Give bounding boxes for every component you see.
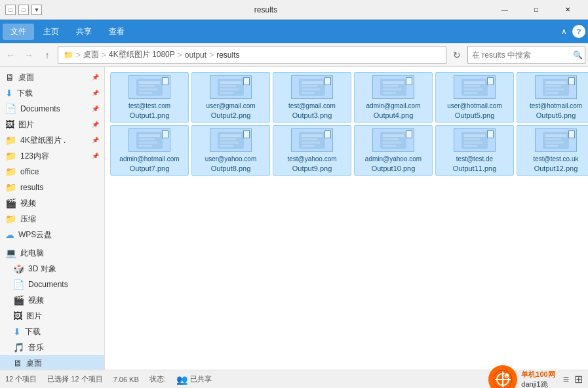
sidebar-item-music-pc[interactable]: 🎵 音乐 (0, 340, 104, 355)
svg-rect-28 (545, 88, 564, 90)
sidebar-label: 压缩 (20, 214, 36, 225)
minimize-button[interactable]: — (490, 0, 520, 20)
video-icon: 🎬 (13, 295, 24, 305)
file-thumbnail (210, 75, 252, 99)
address-path[interactable]: 📁 > 桌面 > 4K壁纸图片 1080P > output > results (58, 47, 446, 64)
file-name: Output10.png (372, 165, 416, 172)
view-list-icon[interactable]: ≡ (563, 374, 569, 385)
sidebar-item-zip[interactable]: 📁 压缩 (0, 211, 104, 227)
breadcrumb-output[interactable]: output (185, 50, 206, 60)
sidebar-item-desktop-pc[interactable]: 🖥 桌面 (0, 355, 104, 370)
file-item[interactable]: test@test.co.uk Output12.png (517, 125, 588, 176)
sidebar-item-office[interactable]: 📁 office (0, 164, 104, 180)
ribbon: 文件 主页 共享 查看 ∧ ? (0, 20, 588, 43)
close-button[interactable]: ✕ (553, 0, 583, 20)
svg-rect-3 (139, 88, 157, 90)
file-thumbnail (454, 75, 496, 99)
ribbon-tab-file[interactable]: 文件 (3, 24, 34, 40)
file-item[interactable]: test@test.de Output11.png (435, 125, 514, 176)
file-item[interactable]: admin@gmail.com Output4.png (354, 72, 433, 123)
file-item[interactable]: user@gmail.com Output2.png (191, 72, 270, 123)
sidebar-label: results (20, 183, 43, 192)
up-button[interactable]: ↑ (39, 47, 55, 63)
file-item[interactable]: test@yahoo.com Output9.png (273, 125, 351, 176)
breadcrumb-results[interactable]: results (216, 50, 239, 60)
sidebar-item-documents-pinned[interactable]: 📄 Documents 📌 (0, 101, 104, 117)
view-grid-icon[interactable]: ⊞ (574, 373, 583, 385)
file-item[interactable]: test@gmail.com Output3.png (273, 72, 351, 123)
breadcrumb-desktop[interactable]: 桌面 (83, 49, 99, 60)
sidebar-item-123-pinned[interactable]: 📁 123内容 📌 (0, 148, 104, 164)
ribbon-help-button[interactable]: ? (572, 25, 585, 38)
sidebar-item-desktop-pinned[interactable]: 🖥 桌面 📌 (0, 69, 104, 85)
sidebar-item-wps-cloud[interactable]: ☁ WPS云盘 (0, 227, 104, 242)
file-thumbnail (535, 128, 577, 152)
file-item[interactable]: user@hotmail.com Output5.png (435, 72, 514, 123)
svg-rect-17 (383, 85, 399, 87)
file-item[interactable]: test@hotmail.com Output6.png (517, 72, 588, 123)
svg-rect-12 (302, 85, 317, 87)
folder-icon: 🖥 (5, 72, 14, 83)
svg-rect-24 (464, 92, 477, 94)
watermark-area: + 单机100网 danji1跪 (488, 365, 555, 389)
sidebar-label: 4K壁纸图片 . (20, 135, 66, 146)
svg-rect-23 (464, 88, 482, 90)
window-dropdown[interactable]: ▼ (31, 5, 42, 15)
svg-rect-18 (383, 88, 401, 90)
file-name: Output9.png (292, 165, 332, 172)
video-icon: 🎬 (5, 198, 16, 208)
sidebar-label: 3D 对象 (28, 263, 56, 275)
svg-rect-51 (464, 134, 485, 137)
ribbon-tab-share[interactable]: 共享 (68, 24, 100, 40)
svg-rect-39 (220, 145, 233, 147)
svg-rect-56 (545, 134, 566, 137)
ribbon-tab-view[interactable]: 查看 (101, 24, 132, 40)
back-button[interactable]: ← (3, 47, 18, 63)
sidebar-item-pictures-pinned[interactable]: 🖼 图片 📌 (0, 117, 104, 132)
file-name: Output8.png (211, 165, 251, 172)
watermark-site: 单机100网 (521, 370, 555, 378)
file-name: Output2.png (211, 111, 251, 119)
ribbon-tab-home[interactable]: 主页 (35, 24, 67, 40)
file-email: test@test.com (128, 102, 170, 110)
sidebar-item-results[interactable]: 📁 results (0, 180, 104, 195)
sidebar-item-4k-pinned[interactable]: 📁 4K壁纸图片 . 📌 (0, 132, 104, 148)
forward-button[interactable]: → (21, 47, 37, 63)
sidebar-label: 音乐 (28, 342, 44, 353)
title-bar: □ □ ▼ results — □ ✕ (0, 0, 588, 20)
breadcrumb-4k[interactable]: 4K壁纸图片 1080P (109, 49, 175, 60)
file-item[interactable]: admin@hotmail.com Output7.png (110, 125, 189, 176)
ribbon-collapse-button[interactable]: ∧ (559, 26, 570, 37)
sidebar-item-3d[interactable]: 🎲 3D 对象 (0, 261, 104, 277)
sidebar-item-downloads-pinned[interactable]: ⬇ 下载 📌 (0, 85, 104, 101)
sidebar-item-downloads-pc[interactable]: ⬇ 下载 (0, 324, 104, 340)
svg-rect-32 (139, 138, 155, 140)
svg-rect-52 (464, 138, 480, 140)
svg-rect-8 (220, 88, 239, 90)
svg-rect-48 (383, 142, 401, 144)
file-thumbnail (535, 75, 577, 99)
sidebar-label: office (20, 167, 39, 176)
file-name: Output11.png (453, 165, 497, 172)
svg-rect-1 (139, 81, 160, 84)
status-value: 已共享 (190, 374, 212, 384)
status-bar: 12 个项目 已选择 12 个项目 7.06 KB 状态: 👥 已共享 + 单机… (0, 370, 588, 388)
svg-rect-41 (302, 134, 323, 137)
refresh-button[interactable]: ↻ (449, 47, 465, 63)
sidebar-item-documents-pc[interactable]: 📄 Documents (0, 277, 104, 292)
sidebar-item-this-pc[interactable]: 💻 此电脑 (0, 245, 104, 261)
sidebar-item-videos-pc[interactable]: 🎬 视频 (0, 292, 104, 308)
search-input[interactable] (472, 50, 570, 60)
svg-rect-11 (302, 81, 323, 84)
file-thumbnail (454, 128, 496, 152)
search-box[interactable]: 🔍 (467, 47, 585, 64)
file-item[interactable]: test@test.com Output1.png (110, 72, 189, 123)
sidebar-item-pictures-pc[interactable]: 🖼 图片 (0, 308, 104, 324)
svg-rect-34 (139, 145, 152, 147)
svg-rect-2 (139, 85, 155, 87)
maximize-button[interactable]: □ (521, 0, 551, 20)
file-item[interactable]: admin@yahoo.com Output10.png (354, 125, 433, 176)
sidebar-item-videos[interactable]: 🎬 视频 (0, 195, 104, 211)
file-item[interactable]: user@yahoo.com Output8.png (191, 125, 270, 176)
svg-rect-58 (545, 142, 564, 144)
